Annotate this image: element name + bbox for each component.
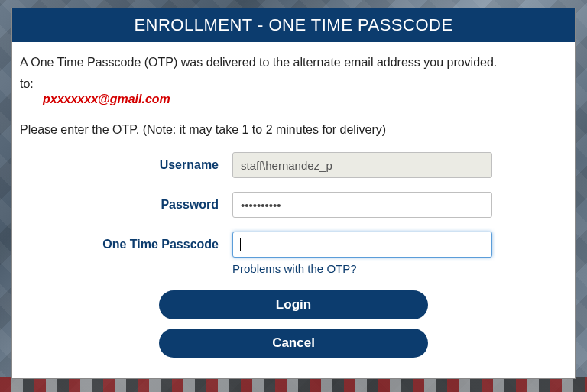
form-area: Username Password One Time Passcode Prob… [20,152,567,367]
dialog-body: A One Time Passcode (OTP) was delivered … [12,42,575,374]
delivered-message: A One Time Passcode (OTP) was delivered … [20,56,567,70]
password-input[interactable] [232,192,492,218]
cancel-button-label: Cancel [272,335,315,351]
enter-otp-message: Please enter the OTP. (Note: it may take… [20,123,567,137]
otp-enrollment-dialog: ENROLLMENT - ONE TIME PASSCODE A One Tim… [11,8,576,379]
helper-row: Problems with the OTP? [79,259,508,275]
problems-with-otp-link[interactable]: Problems with the OTP? [232,262,357,275]
otp-label: One Time Passcode [79,238,232,251]
background-bottom-strip [0,377,587,392]
helper-spacer [79,259,232,275]
username-input [232,152,492,178]
dialog-title-text: ENROLLMENT - ONE TIME PASSCODE [134,15,452,34]
dialog-title: ENROLLMENT - ONE TIME PASSCODE [12,8,575,42]
to-label: to: [20,77,567,91]
password-label: Password [79,198,232,212]
username-label: Username [79,158,232,172]
login-button-label: Login [276,297,311,313]
otp-input[interactable] [232,232,492,258]
cancel-button[interactable]: Cancel [159,329,428,358]
username-row: Username [79,152,508,178]
otp-row: One Time Passcode [79,232,508,258]
login-button[interactable]: Login [159,290,428,319]
masked-email: pxxxxxxx@gmail.com [43,92,567,106]
text-caret [240,238,241,251]
password-row: Password [79,192,508,218]
